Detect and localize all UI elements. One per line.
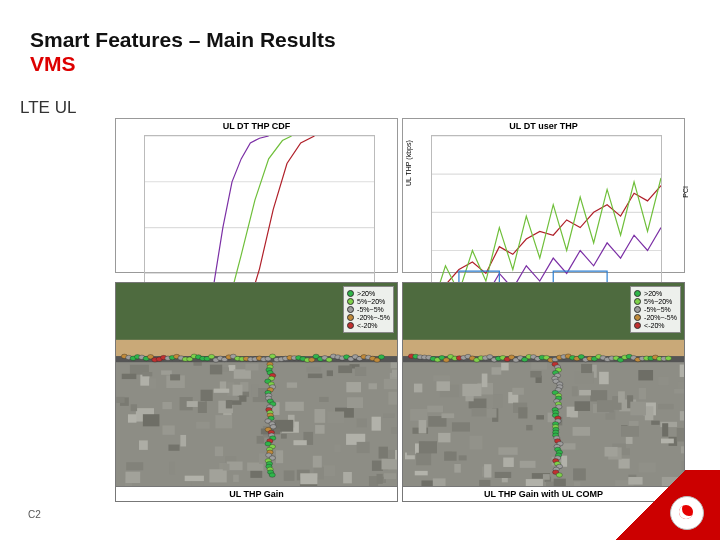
chart-cdf: UL DT THP CDF UL DT user throughput (kbp… [115, 118, 398, 273]
map-legend-label: <-20% [357, 322, 377, 329]
svg-rect-312 [419, 441, 437, 453]
svg-rect-49 [233, 475, 239, 482]
svg-rect-61 [209, 469, 226, 482]
svg-rect-351 [674, 389, 684, 394]
svg-rect-352 [677, 428, 684, 442]
svg-rect-19 [169, 462, 175, 475]
map-legend-dot [634, 306, 641, 313]
svg-rect-293 [520, 461, 536, 468]
svg-rect-271 [419, 420, 427, 433]
map-legend-dot [634, 314, 641, 321]
svg-rect-51 [372, 417, 381, 431]
svg-rect-134 [201, 390, 213, 401]
svg-rect-103 [185, 476, 204, 481]
map-legend-label: -5%~5% [357, 306, 384, 313]
svg-rect-75 [383, 413, 395, 417]
svg-rect-332 [597, 400, 614, 412]
maps-row: >20%5%~20%-5%~5%-20%~-5%<-20% UL THP Gai… [115, 282, 685, 502]
svg-rect-129 [327, 370, 333, 376]
svg-rect-118 [239, 395, 246, 401]
svg-rect-296 [645, 406, 654, 420]
brand-logo-icon [670, 496, 704, 530]
svg-point-218 [270, 424, 276, 428]
map-legend-dot [347, 306, 354, 313]
svg-point-235 [269, 473, 275, 477]
svg-rect-132 [384, 379, 397, 389]
svg-rect-309 [526, 425, 532, 430]
map-legend-item: -20%~-5% [634, 314, 677, 321]
svg-rect-353 [573, 427, 591, 436]
map-legend-label: -5%~5% [644, 306, 671, 313]
footer-classification: C2 [28, 509, 41, 520]
svg-rect-41 [391, 427, 397, 434]
svg-rect-50 [149, 378, 156, 388]
svg-rect-287 [572, 386, 578, 396]
svg-rect-282 [479, 480, 490, 486]
svg-rect-115 [395, 450, 397, 460]
map-legend-label: -20%~-5% [357, 314, 390, 321]
svg-rect-358 [427, 406, 443, 413]
svg-rect-71 [116, 397, 124, 403]
svg-rect-349 [543, 474, 550, 480]
svg-rect-123 [281, 434, 287, 439]
svg-rect-47 [285, 402, 304, 411]
svg-rect-32 [346, 382, 361, 392]
map-legend-dot [347, 322, 354, 329]
svg-rect-325 [573, 468, 586, 480]
svg-rect-280 [658, 404, 674, 409]
map-legend-dot [347, 290, 354, 297]
svg-rect-303 [575, 371, 594, 383]
svg-rect-45 [323, 465, 335, 476]
svg-rect-24 [168, 445, 179, 451]
svg-rect-68 [210, 365, 222, 375]
svg-rect-124 [347, 397, 363, 408]
svg-rect-30 [234, 369, 251, 379]
svg-rect-121 [215, 415, 232, 428]
map-legend-label: >20% [644, 290, 662, 297]
svg-rect-79 [388, 392, 397, 405]
svg-rect-245 [459, 455, 467, 460]
svg-rect-318 [436, 381, 449, 391]
svg-point-459 [556, 473, 562, 477]
svg-rect-305 [501, 363, 509, 371]
svg-rect-105 [128, 414, 136, 422]
svg-rect-262 [454, 464, 460, 473]
svg-rect-27 [162, 402, 171, 409]
svg-rect-34 [143, 414, 160, 426]
svg-rect-243 [638, 370, 653, 380]
svg-rect-52 [287, 382, 297, 387]
svg-rect-347 [495, 472, 512, 478]
svg-rect-56 [391, 361, 397, 368]
map-legend-label: -20%~-5% [644, 314, 677, 321]
svg-rect-300 [470, 436, 483, 450]
svg-rect-288 [416, 453, 431, 466]
chart-thp-ylabel2: PCI [682, 186, 689, 198]
svg-rect-128 [180, 435, 186, 447]
map-legend-label: 5%~20% [644, 298, 672, 305]
svg-rect-247 [626, 437, 633, 444]
svg-rect-268 [619, 459, 630, 469]
svg-point-195 [378, 355, 384, 359]
svg-rect-333 [680, 411, 684, 420]
svg-rect-270 [410, 409, 427, 421]
svg-rect-322 [574, 482, 580, 486]
svg-rect-324 [639, 388, 646, 399]
svg-rect-57 [355, 367, 366, 376]
svg-rect-316 [433, 375, 450, 381]
svg-rect-306 [680, 365, 684, 377]
map-legend-item: >20% [347, 290, 390, 297]
svg-rect-313 [526, 479, 543, 486]
svg-rect-101 [338, 365, 352, 373]
map-legend-dot [634, 322, 641, 329]
svg-rect-91 [214, 389, 230, 393]
svg-rect-319 [441, 413, 454, 418]
map-right-canvas: >20%5%~20%-5%~5%-20%~-5%<-20% [403, 283, 684, 486]
map-legend-dot [347, 314, 354, 321]
svg-rect-125 [357, 442, 370, 453]
map-legend-item: 5%~20% [347, 298, 390, 305]
svg-rect-278 [493, 394, 503, 408]
svg-rect-122 [251, 384, 258, 397]
map-left-legend: >20%5%~20%-5%~5%-20%~-5%<-20% [343, 286, 394, 333]
map-right: >20%5%~20%-5%~5%-20%~-5%<-20% UL THP Gai… [402, 282, 685, 502]
svg-rect-342 [575, 401, 591, 411]
